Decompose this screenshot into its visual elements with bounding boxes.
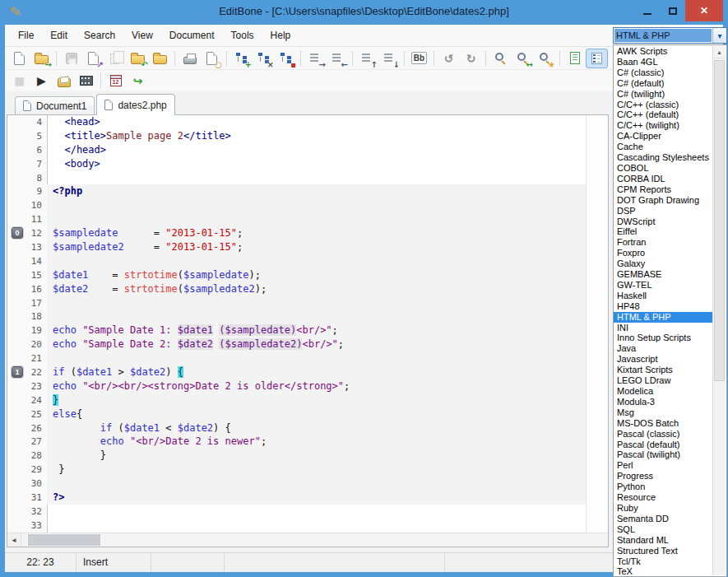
- language-option[interactable]: GEMBASE: [614, 269, 712, 280]
- search-button[interactable]: [489, 49, 512, 68]
- tag-tree-add-button[interactable]: +: [230, 49, 253, 68]
- bookmark-badge[interactable]: 1: [12, 366, 23, 378]
- list-scrollbar[interactable]: ▲: [712, 46, 726, 575]
- language-combobox[interactable]: HTML & PHP ▾: [613, 27, 727, 44]
- print-preview-button[interactable]: ○: [201, 49, 223, 68]
- tab-document1[interactable]: Document1: [15, 96, 95, 114]
- language-option[interactable]: Ruby: [614, 503, 712, 514]
- language-option[interactable]: MS-DOS Batch: [614, 418, 712, 429]
- language-option[interactable]: Eiffel: [614, 226, 712, 237]
- save-all-button[interactable]: [104, 49, 127, 68]
- language-option[interactable]: Java: [614, 343, 712, 354]
- redo-button[interactable]: ↻: [460, 49, 482, 68]
- language-option[interactable]: Javascript: [614, 354, 712, 365]
- language-option[interactable]: Pascal (classic): [614, 429, 712, 440]
- language-option[interactable]: Cascading Stylesheets: [614, 152, 712, 163]
- insert-date-button[interactable]: [104, 71, 127, 91]
- undo-button[interactable]: ↺: [438, 49, 460, 68]
- language-option[interactable]: Perl: [614, 460, 712, 471]
- language-option[interactable]: Cache: [614, 142, 712, 152]
- maximize-button[interactable]: [660, 0, 685, 21]
- language-option[interactable]: Tcl/Tk: [614, 556, 712, 567]
- revert-button[interactable]: ↶: [127, 49, 149, 68]
- language-option[interactable]: Msg: [614, 407, 712, 418]
- language-option[interactable]: GW-TEL: [614, 280, 712, 291]
- bookmark-badge[interactable]: 0: [12, 227, 23, 239]
- language-option[interactable]: LEGO LDraw: [614, 375, 712, 386]
- horizontal-scroll-thumb[interactable]: [28, 534, 100, 546]
- language-option[interactable]: CORBA IDL: [614, 174, 712, 184]
- go-to-button[interactable]: ↪: [127, 71, 149, 91]
- language-option[interactable]: Kixtart Scripts: [614, 365, 712, 375]
- line-numbers-button[interactable]: [586, 49, 608, 68]
- indent-button[interactable]: →: [304, 49, 327, 68]
- horizontal-scrollbar[interactable]: ◄: [7, 533, 608, 547]
- menu-help[interactable]: Help: [262, 26, 299, 44]
- tag-tree-edit-button[interactable]: ▪: [275, 49, 297, 68]
- menu-file[interactable]: File: [10, 26, 42, 44]
- language-option[interactable]: Semanta DD: [614, 514, 712, 524]
- menu-view[interactable]: View: [123, 26, 161, 44]
- sort-ascending-button[interactable]: ↑: [356, 49, 378, 68]
- macro-playback-button[interactable]: [53, 71, 75, 91]
- search-in-files-button[interactable]: ★: [534, 49, 556, 68]
- language-option[interactable]: Galaxy: [614, 258, 712, 269]
- language-option[interactable]: Haskell: [614, 291, 712, 301]
- language-option[interactable]: DWScript: [614, 216, 712, 227]
- minimize-button[interactable]: [634, 0, 660, 21]
- scroll-up-arrow-icon[interactable]: ▲: [713, 46, 726, 58]
- stop-button[interactable]: ■: [8, 71, 30, 91]
- language-option[interactable]: C/C++ (default): [614, 109, 712, 120]
- code-editor[interactable]: 4 <head>5 <title>Sample page 2</title>6 …: [7, 115, 586, 533]
- horizontal-scroll-track[interactable]: [21, 533, 608, 547]
- language-option[interactable]: C/C++ (classic): [614, 100, 712, 110]
- language-option[interactable]: Pascal (twilight): [614, 449, 712, 460]
- case-toggle-button[interactable]: Bb: [408, 49, 430, 68]
- language-option[interactable]: Progress: [614, 471, 712, 482]
- list-scroll-thumb[interactable]: [714, 60, 725, 381]
- scroll-left-arrow-icon[interactable]: ◄: [7, 533, 21, 547]
- language-option[interactable]: COBOL: [614, 163, 712, 174]
- language-option[interactable]: Modula-3: [614, 397, 712, 407]
- menu-tools[interactable]: Tools: [223, 26, 262, 44]
- language-option[interactable]: Pascal (default): [614, 440, 712, 450]
- word-wrap-button[interactable]: [563, 49, 586, 68]
- language-option[interactable]: Fortran: [614, 237, 712, 248]
- macro-record-button[interactable]: [75, 71, 97, 91]
- close-button[interactable]: ✕: [685, 0, 723, 21]
- language-option[interactable]: AWK Scripts: [614, 46, 712, 57]
- language-option[interactable]: Foxpro: [614, 248, 712, 258]
- language-option[interactable]: C# (default): [614, 78, 712, 89]
- language-option[interactable]: Structured Text: [614, 546, 712, 556]
- replace-button[interactable]: ↔: [512, 49, 534, 68]
- print-button[interactable]: [179, 49, 201, 68]
- language-option[interactable]: Inno Setup Scripts: [614, 333, 712, 343]
- menu-document[interactable]: Document: [161, 26, 223, 44]
- language-option[interactable]: HTML & PHP: [614, 312, 712, 323]
- tag-tree-remove-button[interactable]: ×: [253, 49, 275, 68]
- open-file-button[interactable]: →: [30, 49, 53, 68]
- save-button[interactable]: [60, 49, 82, 68]
- language-option[interactable]: C# (twilight): [614, 89, 712, 100]
- language-option[interactable]: TeX: [614, 566, 712, 577]
- sort-descending-button[interactable]: ↓: [378, 49, 401, 68]
- language-option[interactable]: Modelica: [614, 386, 712, 397]
- run-button[interactable]: ▶: [30, 71, 53, 91]
- save-as-button[interactable]: ↗: [82, 49, 104, 68]
- open-folder-button[interactable]: [149, 49, 171, 68]
- language-option[interactable]: Resource: [614, 492, 712, 503]
- language-option[interactable]: HP48: [614, 301, 712, 312]
- language-option[interactable]: C# (classic): [614, 67, 712, 78]
- language-option[interactable]: INI: [614, 323, 712, 333]
- language-option[interactable]: Baan 4GL: [614, 57, 712, 67]
- language-option[interactable]: CPM Reports: [614, 184, 712, 195]
- vertical-scrollbar[interactable]: [586, 115, 608, 533]
- new-document-button[interactable]: [8, 49, 30, 68]
- menu-search[interactable]: Search: [76, 26, 123, 44]
- language-option[interactable]: DSP: [614, 206, 712, 216]
- language-option[interactable]: Python: [614, 482, 712, 492]
- language-option[interactable]: Standard ML: [614, 535, 712, 546]
- combo-dropdown-icon[interactable]: ▾: [712, 28, 726, 43]
- language-option[interactable]: CA-Clipper: [614, 131, 712, 142]
- menu-edit[interactable]: Edit: [42, 26, 76, 44]
